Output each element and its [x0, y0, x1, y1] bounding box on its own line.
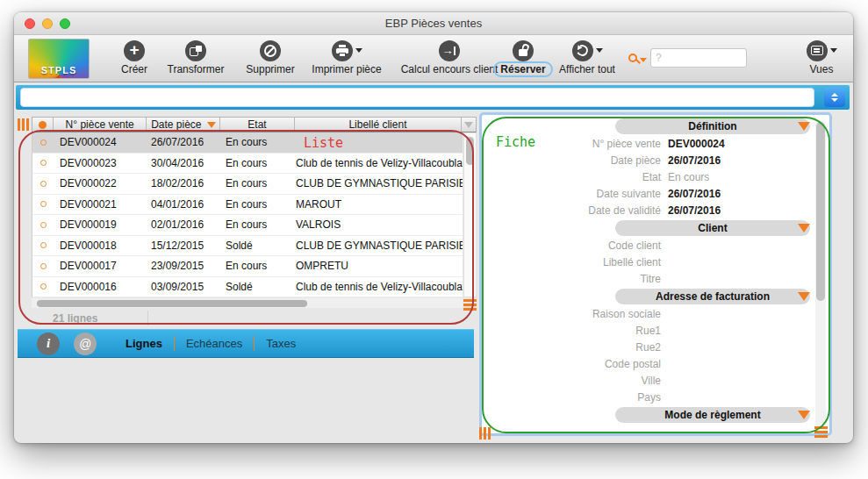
section-mode-reglement[interactable]: Mode de règlement [482, 407, 812, 424]
chevron-down-icon [596, 48, 603, 53]
vues-button[interactable]: Vues [799, 39, 844, 75]
field-value: 26/07/2016 [668, 204, 721, 217]
cell-client: Club de tennis de Velizy-Villacoublay [296, 281, 463, 293]
row-status-icon [40, 222, 47, 228]
num-column-header[interactable]: N° pièce vente [54, 118, 147, 132]
chevron-down-icon [831, 98, 838, 102]
filter-caret-icon [464, 122, 473, 128]
calcul-encours-client-label: Calcul encours client [401, 63, 499, 75]
chevron-down-icon [355, 48, 362, 53]
calcul-encours-client-button[interactable]: Calcul encours client [392, 39, 506, 75]
section-client[interactable]: Client [482, 220, 812, 237]
client-column-header[interactable]: Libellé client [295, 118, 462, 132]
date-column-header[interactable]: Date pièce [147, 118, 220, 132]
list-horizontal-scrollbar[interactable] [32, 298, 463, 308]
table-row[interactable]: DEV000017 23/09/2015 En cours OMPRETU [32, 256, 463, 277]
table-body: DEV000024 26/07/2016 En cours DEV000023 … [32, 132, 463, 297]
fiche-vertical-scrollbar[interactable] [815, 120, 826, 427]
field-label: Rue2 [482, 341, 668, 354]
chevron-down-icon [830, 48, 837, 53]
search-options-chevron-icon[interactable] [640, 58, 647, 62]
field-label: Pays [482, 391, 668, 404]
search-icon[interactable] [628, 54, 637, 62]
section-client-title: Client [615, 220, 810, 236]
imprimer-piece-button[interactable]: Imprimer pièce [306, 39, 387, 75]
cell-num: DEV000021 [54, 198, 147, 211]
cell-num: DEV000018 [54, 240, 147, 252]
cell-num: DEV000022 [54, 177, 147, 189]
reserver-button[interactable]: Réserver [492, 39, 554, 77]
sort-desc-icon [207, 122, 216, 128]
row-count-label: 21 lignes [53, 312, 97, 325]
table-row[interactable]: DEV000019 02/01/2016 En cours VALROIS [32, 215, 463, 236]
scrollbar-thumb[interactable] [466, 137, 474, 165]
field-label: Code postal [482, 358, 668, 370]
cell-date: 02/01/2016 [147, 218, 221, 231]
fiche-field: Code client [482, 237, 812, 254]
field-label: Rue1 [482, 325, 668, 337]
fiche-field: Raison sociale [482, 305, 812, 322]
section-adresse-facturation[interactable]: Adresse de facturation [482, 289, 812, 305]
filter-input[interactable] [20, 88, 814, 107]
scrollbar-thumb[interactable] [816, 122, 825, 301]
column-grip-icon[interactable] [18, 118, 29, 131]
collapse-triangle-icon[interactable] [798, 411, 810, 419]
table-row[interactable]: DEV000022 18/02/2016 En cours CLUB DE GY… [32, 174, 463, 195]
cell-date: 03/09/2015 [147, 281, 221, 293]
collapse-triangle-icon[interactable] [798, 292, 810, 301]
panel-grip-icon[interactable] [479, 427, 491, 440]
row-status-icon [40, 160, 47, 166]
table-row[interactable]: DEV000021 04/01/2016 En cours MAROUT [32, 195, 463, 216]
list-vertical-scrollbar[interactable] [463, 132, 477, 297]
field-label: Etat [482, 171, 668, 183]
afficher-tout-button[interactable]: Afficher tout [550, 39, 624, 75]
column-filter-button[interactable] [462, 118, 476, 132]
field-value: DEV000024 [668, 138, 725, 150]
etat-column-header[interactable]: Etat [220, 118, 295, 132]
panel-resize-handle-icon[interactable] [814, 426, 828, 438]
field-value: 26/07/2016 [668, 188, 721, 200]
cell-client: VALROIS [296, 218, 463, 231]
supprimer-button[interactable]: Supprimer [238, 39, 303, 75]
collapse-triangle-icon[interactable] [798, 122, 810, 131]
section-definition[interactable]: Définition [482, 118, 812, 135]
table-row[interactable]: DEV000024 26/07/2016 En cours [32, 132, 463, 154]
cell-num: DEV000023 [54, 157, 147, 169]
fiche-field: Ville [482, 372, 812, 389]
search-input[interactable] [650, 48, 747, 68]
creer-button[interactable]: Créer [114, 39, 154, 75]
table-row[interactable]: DEV000018 15/12/2015 Soldé CLUB DE GYMNA… [32, 236, 463, 257]
row-status-icon [40, 181, 47, 187]
fiche-field: N° pièce vente DEV000024 [482, 135, 812, 152]
info-icon[interactable]: i [37, 332, 60, 355]
app-logo-label: STPLS [41, 65, 76, 78]
filter-stepper[interactable] [824, 88, 845, 107]
cell-num: DEV000024 [54, 136, 147, 148]
section-mode-reglement-title: Mode de règlement [615, 407, 810, 423]
field-label: N° pièce vente [482, 138, 668, 150]
tab-lignes[interactable]: Lignes [114, 337, 174, 350]
date-column-label: Date pièce [151, 118, 201, 131]
field-label: Titre [482, 273, 668, 285]
transformer-button[interactable]: Transformer [159, 39, 233, 75]
status-column-header[interactable] [32, 118, 54, 132]
cell-client: OMPRETU [296, 260, 463, 272]
cell-client: MAROUT [296, 198, 463, 211]
field-label: Ville [482, 375, 668, 387]
tab-echeances[interactable]: Echéances [175, 337, 254, 350]
afficher-tout-label: Afficher tout [559, 63, 615, 75]
tab-taxes[interactable]: Taxes [255, 337, 307, 350]
collapse-triangle-icon[interactable] [798, 224, 810, 232]
vues-label: Vues [810, 63, 834, 75]
field-value: En cours [668, 171, 709, 183]
scrollbar-thumb[interactable] [37, 300, 307, 307]
title-bar: EBP Pièces ventes [14, 12, 853, 35]
table-row[interactable]: DEV000016 03/09/2015 Soldé Club de tenni… [32, 277, 463, 298]
app-logo: STPLS [28, 39, 90, 79]
field-label: Libellé client [482, 256, 668, 268]
at-icon[interactable]: @ [74, 332, 97, 355]
printer-icon [332, 40, 353, 61]
table-row[interactable]: DEV000023 30/04/2016 En cours Club de te… [32, 154, 463, 175]
cell-client: Club de tennis de Velizy-Villacoublay [296, 157, 463, 169]
copy-icon [185, 40, 206, 61]
